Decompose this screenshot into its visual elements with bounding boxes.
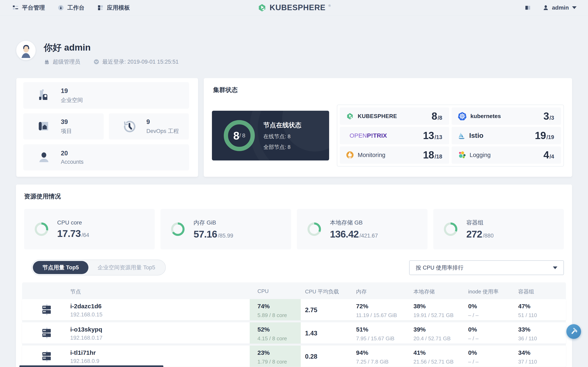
istio-sail-icon — [458, 132, 466, 140]
table-header-row: 节点 CPU CPU 平均负载 内存 本地存储 inode 使用率 容器组 — [22, 282, 566, 299]
user-menu[interactable]: admin — [543, 4, 577, 11]
last-login-label: 最近登录: 2019-09-01 15:25:51 — [102, 58, 179, 66]
accounts-tile[interactable]: 20 Accounts — [23, 144, 189, 170]
workbench-icon — [58, 4, 64, 11]
components-panel: KUBESPHERE 8/8 kubernetes 3/3 OPENP!TRIX… — [337, 105, 564, 167]
node-name: i-2dazc1d6 — [70, 303, 103, 310]
pods-cell: 34% 37 / 110 — [518, 349, 537, 365]
toolbox-hammer-icon — [569, 327, 578, 336]
component-tile[interactable]: Istio 19/19 — [452, 127, 561, 144]
component-count: 4/4 — [544, 149, 554, 161]
workspaces-tile[interactable]: 19 企业空间 — [23, 82, 189, 109]
devops-count: 9 — [146, 118, 179, 125]
cpu-percent: 23% — [258, 349, 301, 356]
component-tile[interactable]: Monitoring 18/18 — [340, 146, 449, 164]
kubesphere-mark-icon — [346, 112, 354, 120]
usage-donut — [171, 222, 185, 236]
devops-icon — [123, 120, 136, 133]
toolbox-fab[interactable] — [566, 324, 581, 339]
kubesphere-logo[interactable]: KUBESPHERE ® — [257, 3, 330, 12]
cpu-cell: 74% 5.89 / 8 core — [250, 299, 301, 320]
sort-by-dropdown[interactable]: 按 CPU 使用率排行 — [409, 260, 564, 275]
devops-tile[interactable]: 9 DevOps 工程 — [109, 113, 189, 140]
cluster-status-title: 集群状态 — [213, 86, 238, 94]
resource-stats: CPU core 17.73/64 内存 GiB 57.16/85.99 本地存… — [24, 209, 564, 249]
node-name: i-tl1i71hr — [70, 349, 99, 356]
resource-usage-title: 资源使用情况 — [24, 192, 61, 201]
stat-total: /421.67 — [360, 233, 378, 239]
table-row[interactable]: i-o13skypq 192.168.0.17 52% 4.15 / 8 cor… — [22, 322, 566, 343]
project-icon — [38, 120, 50, 133]
node-online-status-panel[interactable]: 8/ 8 节点在线状态 在线节点: 8 全部节点: 8 — [212, 111, 329, 160]
inode-cell: 0% – / – — [468, 349, 479, 365]
component-tile[interactable]: Logging 4/4 — [452, 146, 561, 164]
stat-label: 本地存储 GB — [330, 219, 378, 226]
table-row[interactable]: i-2dazc1d6 192.168.0.15 74% 5.89 / 8 cor… — [22, 299, 566, 320]
col-header-memory: 内存 — [356, 288, 367, 295]
admin-badge-icon — [44, 59, 50, 65]
usage-donut — [35, 222, 48, 236]
col-header-local-storage: 本地存储 — [414, 288, 435, 295]
projects-tile[interactable]: 39 项目 — [23, 113, 104, 140]
component-tile[interactable]: kubernetes 3/3 — [452, 108, 561, 125]
cpu-cell: 52% 4.15 / 8 core — [250, 322, 301, 343]
prometheus-monitoring-icon — [346, 151, 354, 159]
accounts-count: 20 — [61, 150, 84, 157]
stat-total: /880 — [483, 233, 494, 239]
cpu-load: 2.75 — [305, 307, 317, 314]
resource-stat-card: 内存 GiB 57.16/85.99 — [160, 209, 291, 249]
stat-total: /64 — [81, 232, 89, 238]
top5-tabs: 节点用量 Top5 企业空间资源用量 Top5 — [31, 259, 166, 275]
online-nodes-line: 在线节点: 8 — [263, 133, 301, 140]
nav-workbench[interactable]: 工作台 — [58, 4, 85, 12]
platform-management-icon — [12, 4, 19, 11]
main-nav: 平台管理 工作台 应用模板 — [12, 4, 130, 12]
panel-icon[interactable] — [524, 4, 531, 11]
component-count: 19/19 — [535, 130, 554, 142]
nav-app-templates[interactable]: 应用模板 — [97, 4, 130, 12]
resource-usage-card: 资源使用情况 CPU core 17.73/64 内存 GiB 57.16/85… — [16, 184, 572, 367]
total-nodes-line: 全部节点: 8 — [263, 143, 301, 151]
node-usage-table: 节点 CPU CPU 平均负载 内存 本地存储 inode 使用率 容器组 i-… — [22, 282, 566, 367]
caret-down-icon — [572, 6, 577, 9]
stat-used: 136.42 — [330, 229, 359, 240]
component-count: 8/8 — [432, 110, 442, 122]
col-header-inode: inode 使用率 — [468, 288, 499, 295]
tab-workspace-usage-top5[interactable]: 企业空间资源用量 Top5 — [88, 261, 164, 274]
table-row[interactable]: i-tl1i71hr 192.168.0.9 23% 1.79 / 8 core… — [22, 346, 566, 367]
inode-cell: 0% – / – — [468, 303, 479, 318]
cluster-dashboard: { "colors": { "brand_green": "#55bc8a", … — [0, 0, 588, 367]
nav-platform-management[interactable]: 平台管理 — [12, 4, 45, 12]
pods-cell: 33% 36 / 110 — [518, 326, 537, 342]
resource-stat-card: CPU core 17.73/64 — [24, 209, 155, 249]
projects-label: 项目 — [61, 127, 72, 135]
component-count: 13/13 — [423, 130, 442, 142]
memory-cell: 72% 11.19 / 15.67 GiB — [356, 303, 397, 318]
logging-icon — [458, 151, 466, 159]
horizontal-scrollbar-thumb[interactable] — [19, 365, 163, 367]
component-name: P!TRIX — [367, 132, 387, 139]
workspace-icon — [38, 89, 50, 102]
stat-used: 17.73 — [57, 228, 81, 239]
component-count: 3/3 — [544, 110, 554, 122]
accounts-icon — [38, 151, 50, 164]
stat-total: /85.99 — [218, 233, 233, 239]
nav-label: 工作台 — [67, 4, 85, 12]
last-login: 最近登录: 2019-09-01 15:25:51 — [93, 58, 179, 66]
storage-cell: 38% 19.91 / 52.71 GB — [414, 303, 454, 318]
component-tile[interactable]: OPENP!TRIX 13/13 — [340, 127, 449, 144]
avatar — [16, 40, 36, 60]
cpu-load: 0.28 — [305, 353, 317, 360]
stat-used: 57.16 — [194, 229, 217, 240]
usage-donut — [307, 222, 321, 236]
col-header-cpu: CPU — [258, 288, 269, 294]
stat-used: 272 — [466, 229, 482, 240]
memory-cell: 94% 7.25 / 7.8 GiB — [356, 349, 389, 365]
memory-cell: 51% 7.95 / 15.67 GiB — [356, 326, 394, 342]
node-status-donut: 8/ 8 — [224, 120, 255, 151]
role-label: 超级管理员 — [53, 58, 80, 66]
storage-cell: 41% 21.56 / 52.71 GB — [414, 349, 454, 365]
nav-label: 应用模板 — [107, 4, 130, 12]
tab-node-usage-top5[interactable]: 节点用量 Top5 — [33, 261, 88, 274]
component-tile[interactable]: KUBESPHERE 8/8 — [340, 108, 449, 125]
